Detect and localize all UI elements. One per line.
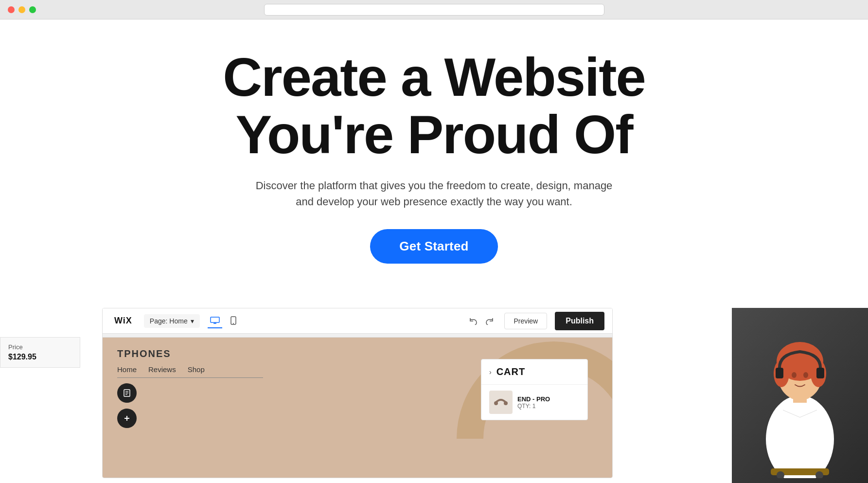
person-image [732, 308, 868, 483]
page-icon[interactable] [117, 383, 137, 403]
get-started-button[interactable]: Get Started [370, 229, 497, 264]
nav-link-reviews[interactable]: Reviews [148, 365, 176, 374]
mac-titlebar [0, 0, 868, 19]
hero-subtitle: Discover the platform that gives you the… [249, 178, 619, 210]
editor-section: Price $129.95 WiX Page: Home ▾ [0, 308, 868, 483]
editor-toolbar: WiX Page: Home ▾ [103, 308, 612, 334]
main-content: Create a Website You're Proud Of Discove… [0, 19, 868, 483]
cart-item-image [489, 391, 513, 414]
nav-link-home[interactable]: Home [117, 365, 137, 374]
svg-point-13 [766, 395, 834, 478]
svg-point-12 [504, 401, 508, 405]
publish-button[interactable]: Publish [555, 312, 604, 330]
price-value: $129.95 [8, 353, 72, 361]
desktop-icon[interactable] [208, 314, 222, 328]
cart-header: › CART [481, 359, 587, 385]
editor-logo: WiX [110, 314, 136, 328]
close-button[interactable] [8, 6, 15, 13]
redo-button[interactable] [483, 314, 496, 328]
editor-side-icons [117, 383, 137, 428]
preview-button[interactable]: Preview [504, 313, 547, 329]
nav-link-shop[interactable]: Shop [188, 365, 205, 374]
price-label: Price [8, 343, 72, 351]
maximize-button[interactable] [29, 6, 36, 13]
svg-point-11 [494, 401, 498, 405]
url-bar[interactable] [264, 4, 604, 16]
add-icon[interactable] [117, 409, 137, 428]
page-selector-label: Page: Home [150, 317, 188, 325]
page-selector[interactable]: Page: Home ▾ [144, 314, 200, 328]
cart-chevron-icon[interactable]: › [489, 368, 492, 376]
cart-item: END - PRO QTY: 1 [481, 385, 587, 420]
hero-title: Create a Website You're Proud Of [19, 49, 849, 163]
person-panel [732, 308, 868, 483]
minimize-button[interactable] [18, 6, 25, 13]
cart-item-details: END - PRO QTY: 1 [517, 395, 580, 410]
person-svg [746, 313, 853, 478]
mac-window-buttons [8, 6, 36, 13]
undo-redo-controls [466, 314, 496, 328]
cart-item-qty: QTY: 1 [517, 403, 580, 410]
chevron-down-icon: ▾ [191, 317, 194, 325]
cart-title: CART [496, 366, 526, 377]
nav-divider [117, 377, 263, 378]
device-switcher [208, 314, 241, 328]
cart-item-name: END - PRO [517, 395, 580, 403]
mobile-icon[interactable] [226, 314, 241, 328]
price-card: Price $129.95 [0, 337, 80, 368]
svg-point-19 [792, 372, 797, 378]
undo-button[interactable] [466, 314, 480, 328]
cart-panel: › CART END - PRO Q [481, 359, 588, 420]
svg-point-4 [233, 323, 234, 324]
svg-rect-22 [816, 368, 824, 378]
svg-point-20 [803, 372, 808, 378]
hero-section: Create a Website You're Proud Of Discove… [0, 19, 868, 283]
svg-rect-0 [211, 317, 219, 322]
svg-rect-21 [776, 368, 783, 378]
editor-window: WiX Page: Home ▾ [102, 308, 613, 478]
editor-canvas: TPHONES Home Reviews Shop › C [103, 334, 612, 478]
